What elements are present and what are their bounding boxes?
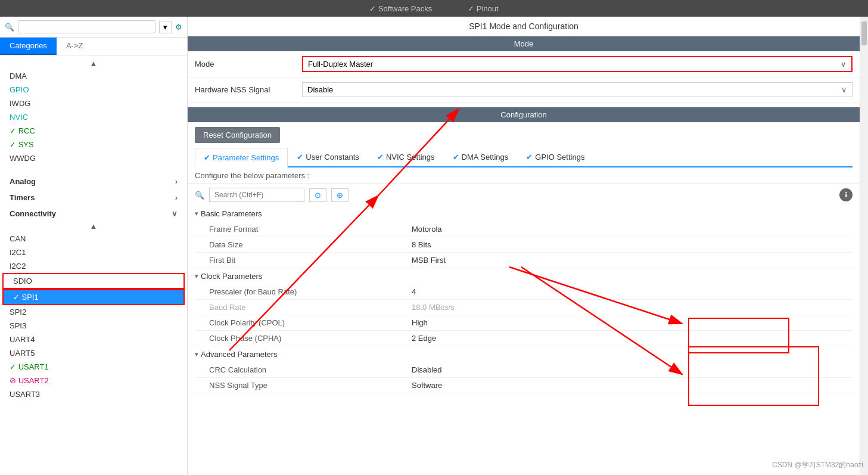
prescaler-value: 4 (412, 287, 416, 296)
mode-label: Mode (195, 60, 302, 69)
sidebar-search-row: 🔍 ▾ ⚙ (0, 17, 187, 38)
scroll-thumb[interactable] (861, 21, 867, 45)
cpha-value: 2 Edge (412, 334, 436, 343)
sidebar-item-usart3[interactable]: USART3 (0, 387, 187, 401)
baud-rate-value: 18.0 MBits/s (412, 303, 455, 312)
tab-user-constants[interactable]: ✔ User Constants (288, 148, 368, 166)
sidebar-item-uart4[interactable]: UART4 (0, 333, 187, 346)
sidebar-search-input[interactable] (18, 20, 155, 33)
param-row-crc[interactable]: CRC Calculation Disabled (195, 362, 853, 378)
param-row-frame-format[interactable]: Frame Format Motorola (195, 222, 853, 237)
nss-type-label: NSS Signal Type (209, 381, 412, 390)
sidebar-item-i2c1[interactable]: I2C1 (0, 246, 187, 259)
expand-all-btn[interactable]: ⊕ (331, 188, 349, 202)
tab-az[interactable]: A->Z (57, 38, 93, 55)
crc-value: Disabled (412, 365, 442, 374)
sidebar-list: ▲ DMA GPIO IWDG NVIC RCC SYS WWDG Analog… (0, 55, 187, 475)
nss-select[interactable]: Disable ∨ (302, 82, 853, 97)
sidebar: 🔍 ▾ ⚙ Categories A->Z ▲ DMA GPI (0, 17, 188, 475)
sidebar-item-can[interactable]: CAN (0, 232, 187, 246)
sidebar-item-gpio[interactable]: GPIO (0, 83, 187, 97)
tab-check-icon: ✔ (204, 153, 210, 162)
collapse-all-btn[interactable]: ⊙ (309, 188, 326, 202)
tab-categories[interactable]: Categories (0, 38, 57, 55)
sidebar-item-sdio[interactable]: SDIO (2, 273, 185, 289)
sidebar-section-analog[interactable]: Analog › (0, 172, 187, 188)
software-packs-btn[interactable]: ✓ Software Packs (369, 4, 432, 13)
sidebar-item-nvic[interactable]: NVIC (0, 110, 187, 124)
right-scrollbar[interactable] (860, 17, 868, 475)
reset-config-button[interactable]: Reset Configuration (195, 127, 280, 143)
timers-expand-icon: › (175, 193, 178, 202)
clock-params-group: ▾ Clock Parameters Prescaler (for Baud R… (188, 268, 860, 346)
scroll-up-btn[interactable]: ▲ (0, 58, 187, 69)
first-bit-label: First Bit (209, 256, 412, 265)
tab-check-icon-4: ✔ (453, 153, 459, 162)
tab-gpio-settings[interactable]: ✔ GPIO Settings (517, 148, 593, 166)
basic-params-group: ▾ Basic Parameters Frame Format Motorola… (188, 206, 860, 268)
data-size-value: 8 Bits (412, 240, 431, 249)
sidebar-item-usart2[interactable]: USART2 (0, 374, 187, 387)
tab-nvic-settings[interactable]: ✔ NVIC Settings (368, 148, 444, 166)
clock-collapse-icon: ▾ (195, 272, 198, 280)
mode-dropdown-arrow: ∨ (841, 60, 847, 69)
pinout-label: ✓ Pinout (468, 4, 498, 13)
param-search-row: 🔍 ⊙ ⊕ ℹ (188, 184, 860, 206)
sidebar-item-spi2[interactable]: SPI2 (0, 305, 187, 319)
sidebar-item-usart1[interactable]: USART1 (0, 360, 187, 374)
software-packs-label: ✓ Software Packs (369, 4, 432, 13)
sidebar-dropdown-arrow[interactable]: ▾ (159, 21, 172, 33)
top-bar: ✓ Software Packs ✓ Pinout (0, 0, 868, 17)
sidebar-item-wwdg[interactable]: WWDG (0, 151, 187, 165)
sidebar-item-iwdg[interactable]: IWDG (0, 97, 187, 110)
mode-select[interactable]: Full-Duplex Master ∨ (302, 56, 853, 72)
nss-type-value: Software (412, 381, 442, 390)
nss-dropdown-arrow: ∨ (841, 85, 847, 94)
sidebar-item-uart5[interactable]: UART5 (0, 346, 187, 360)
crc-label: CRC Calculation (209, 365, 412, 374)
sidebar-item-rcc[interactable]: RCC (0, 124, 187, 138)
sidebar-item-spi3[interactable]: SPI3 (0, 319, 187, 333)
advanced-params-header[interactable]: ▾ Advanced Parameters (195, 346, 853, 362)
prescaler-label: Prescaler (for Baud Rate) (209, 287, 412, 296)
basic-collapse-icon: ▾ (195, 210, 198, 218)
info-button[interactable]: ℹ (839, 188, 853, 201)
param-row-data-size[interactable]: Data Size 8 Bits (195, 237, 853, 253)
clock-params-header[interactable]: ▾ Clock Parameters (195, 268, 853, 284)
advanced-params-group: ▾ Advanced Parameters CRC Calculation Di… (188, 346, 860, 393)
frame-format-label: Frame Format (209, 225, 412, 234)
analog-expand-icon: › (175, 177, 178, 186)
param-row-prescaler[interactable]: Prescaler (for Baud Rate) 4 (195, 284, 853, 300)
tab-parameter-settings[interactable]: ✔ Parameter Settings (195, 148, 288, 167)
panel-title: SPI1 Mode and Configuration (188, 17, 860, 36)
sidebar-tabs: Categories A->Z (0, 38, 187, 55)
cpha-label: Clock Phase (CPHA) (209, 334, 412, 343)
right-panel-wrapper: SPI1 Mode and Configuration Mode Mode Fu… (188, 17, 868, 475)
sidebar-item-dma[interactable]: DMA (0, 69, 187, 83)
cpol-value: High (412, 318, 428, 327)
mode-row: Mode Full-Duplex Master ∨ (188, 51, 860, 77)
first-bit-value: MSB First (412, 256, 446, 265)
sidebar-section-connectivity[interactable]: Connectivity ∨ (0, 204, 187, 221)
tab-dma-settings[interactable]: ✔ DMA Settings (444, 148, 518, 166)
param-row-nss-type[interactable]: NSS Signal Type Software (195, 378, 853, 393)
tab-check-icon-5: ✔ (526, 153, 533, 162)
param-row-cpol[interactable]: Clock Polarity (CPOL) High (195, 315, 853, 331)
config-section: Configuration Reset Configuration ✔ Para… (188, 107, 860, 393)
param-row-first-bit[interactable]: First Bit MSB First (195, 253, 853, 268)
sidebar-item-i2c2[interactable]: I2C2 (0, 259, 187, 273)
sidebar-item-spi1[interactable]: ✓ SPI1 (2, 289, 185, 305)
param-search-input[interactable] (209, 188, 304, 202)
config-header: Configuration (188, 107, 860, 122)
basic-params-header[interactable]: ▾ Basic Parameters (195, 206, 853, 222)
main-content: 🔍 ▾ ⚙ Categories A->Z ▲ DMA GPI (0, 17, 868, 475)
sidebar-section-timers[interactable]: Timers › (0, 188, 187, 204)
right-panel: SPI1 Mode and Configuration Mode Mode Fu… (188, 17, 860, 475)
frame-format-value: Motorola (412, 225, 442, 234)
scroll-indicator[interactable]: ▲ (0, 221, 187, 232)
pinout-btn[interactable]: ✓ Pinout (468, 4, 498, 13)
sidebar-item-sys[interactable]: SYS (0, 138, 187, 151)
param-row-cpha[interactable]: Clock Phase (CPHA) 2 Edge (195, 331, 853, 346)
gear-icon[interactable]: ⚙ (175, 23, 182, 32)
cpol-label: Clock Polarity (CPOL) (209, 318, 412, 327)
